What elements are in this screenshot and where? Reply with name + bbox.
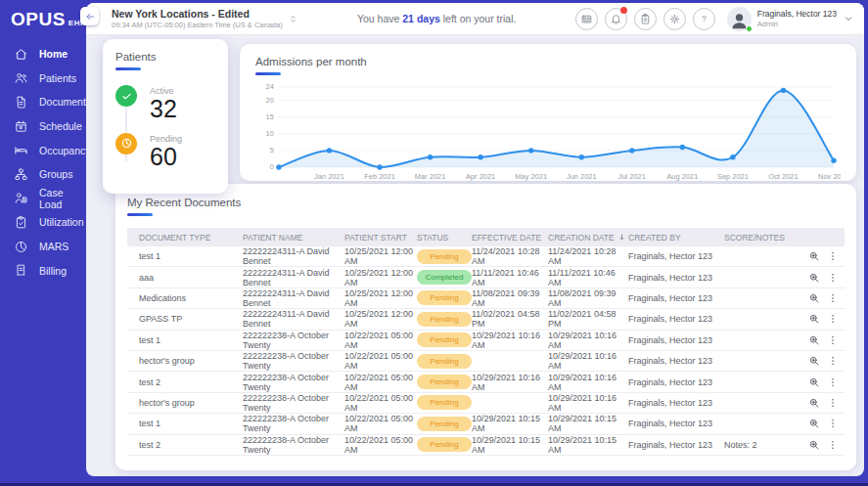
zoom-in-icon[interactable] <box>808 250 820 262</box>
clock-icon <box>115 133 137 155</box>
more-vert-icon[interactable] <box>827 355 839 367</box>
patient-stats: Active32Pending60 <box>115 85 215 170</box>
column-header-effective-date[interactable]: EFFECTIVE DATE <box>472 233 548 243</box>
cell-created-by: Fraginals, Hector 123 <box>628 440 724 450</box>
cell-patient-start: 10/22/2021 05:00 AM <box>344 393 417 413</box>
bell-button[interactable] <box>605 8 627 30</box>
column-header-created-by[interactable]: CREATED BY <box>628 233 724 243</box>
stat-active: Active32 <box>115 85 215 123</box>
row-actions <box>799 376 845 388</box>
sidebar-item-billing[interactable]: Billing <box>0 258 86 283</box>
svg-text:May 2021: May 2021 <box>515 172 547 181</box>
zoom-in-icon[interactable] <box>808 355 820 367</box>
sidebar-collapse-button[interactable] <box>80 7 99 25</box>
column-header-score-notes[interactable]: SCORE/NOTES <box>724 233 799 243</box>
sidebar-item-mars[interactable]: MARS <box>0 235 86 259</box>
cell-created-by: Fraginals, Hector 123 <box>628 273 724 283</box>
column-header-document-type[interactable]: DOCUMENT TYPE <box>139 233 243 243</box>
help-button[interactable] <box>693 8 715 30</box>
online-status-dot <box>746 25 753 32</box>
user-menu[interactable]: Fraginals, Hector 123 Admin <box>727 7 854 31</box>
stat-value: 60 <box>150 144 182 171</box>
cell-effective-date: 11/24/2021 10:28 AM <box>472 246 548 266</box>
sidebar-item-schedule[interactable]: Schedule <box>0 114 86 139</box>
cell-document-type: hector's group <box>139 398 243 408</box>
zoom-in-icon[interactable] <box>808 439 820 451</box>
more-vert-icon[interactable] <box>827 439 839 451</box>
user-role: Admin <box>757 20 837 28</box>
stat-label: Pending <box>150 134 182 144</box>
column-header-status[interactable]: STATUS <box>417 233 472 243</box>
table-row: test 122222224311-A David Bennet10/25/20… <box>127 246 845 267</box>
more-vert-icon[interactable] <box>827 250 839 262</box>
zoom-in-icon[interactable] <box>808 272 820 284</box>
svg-text:Jul 2021: Jul 2021 <box>618 172 646 181</box>
more-vert-icon[interactable] <box>827 376 839 388</box>
more-vert-icon[interactable] <box>827 313 839 325</box>
svg-text:0: 0 <box>270 162 274 171</box>
clipboard-button[interactable] <box>634 8 657 30</box>
trial-text-suffix: left on your trial. <box>440 13 517 24</box>
stat-value: 32 <box>150 96 177 123</box>
sidebar-item-case-load[interactable]: Case Load <box>0 187 86 211</box>
chevron-down-icon <box>843 13 854 24</box>
svg-text:Feb 2021: Feb 2021 <box>364 172 395 181</box>
title-underline <box>255 72 281 75</box>
column-header-patient-start[interactable]: PATIENT START <box>344 233 417 243</box>
sort-desc-icon <box>617 233 626 242</box>
column-header-patient-name[interactable]: PATIENT NAME <box>243 233 344 243</box>
chart-title: Admissions per month <box>255 56 841 67</box>
cell-patient-start: 10/25/2021 12:00 AM <box>344 309 417 329</box>
cell-created-by: Fraginals, Hector 123 <box>628 314 724 324</box>
row-actions <box>799 272 845 284</box>
sidebar-item-groups[interactable]: Groups <box>0 162 86 187</box>
more-vert-icon[interactable] <box>827 334 839 346</box>
cell-patient-start: 10/22/2021 05:00 AM <box>344 414 417 433</box>
more-vert-icon[interactable] <box>827 418 839 429</box>
status-badge: Pending <box>417 395 472 410</box>
column-label: CREATED BY <box>628 233 681 243</box>
app-logo-text: OPUS <box>11 9 66 30</box>
svg-text:Mar 2021: Mar 2021 <box>415 172 446 181</box>
zoom-in-icon[interactable] <box>808 334 820 346</box>
sidebar-item-utilization[interactable]: Utilization <box>0 210 86 235</box>
cell-creation-date: 10/29/2021 10:16 AM <box>548 331 628 350</box>
cell-patient-name: 222222238-A October Twenty <box>243 351 344 371</box>
sidebar-item-patients[interactable]: Patients <box>0 66 86 91</box>
zoom-in-icon[interactable] <box>808 313 820 325</box>
news-button[interactable] <box>575 8 598 30</box>
avatar <box>727 7 752 31</box>
app-logo: OPUS EHR <box>0 0 86 30</box>
trial-text-prefix: You have <box>357 13 402 24</box>
svg-text:Jan 2021: Jan 2021 <box>314 172 344 181</box>
zoom-in-icon[interactable] <box>808 418 820 429</box>
sidebar-item-label: Billing <box>39 265 67 277</box>
patients-summary-card: Patients Active32Pending60 <box>103 39 228 194</box>
sidebar-item-documents[interactable]: Documents <box>0 90 86 114</box>
gear-button[interactable] <box>663 8 686 30</box>
column-label: SCORE/NOTES <box>724 233 785 243</box>
zoom-in-icon[interactable] <box>808 397 820 409</box>
more-vert-icon[interactable] <box>827 397 839 409</box>
cell-patient-start: 10/22/2021 05:00 AM <box>344 351 417 371</box>
more-vert-icon[interactable] <box>827 272 839 284</box>
table-row: test 2222222238-A October Twenty10/22/20… <box>127 435 845 456</box>
row-actions <box>799 250 845 262</box>
cell-patient-name: 222222238-A October Twenty <box>243 414 344 433</box>
zoom-in-icon[interactable] <box>808 292 820 304</box>
more-vert-icon[interactable] <box>827 292 839 304</box>
row-actions <box>799 439 845 451</box>
column-header-creation-date[interactable]: CREATION DATE <box>548 233 628 243</box>
cell-patient-start: 10/22/2021 05:00 AM <box>344 373 417 392</box>
sidebar-item-home[interactable]: Home <box>0 42 86 66</box>
cell-document-type: Medications <box>139 293 243 303</box>
cell-created-by: Fraginals, Hector 123 <box>628 356 724 366</box>
sidebar-item-label: Schedule <box>39 120 82 132</box>
cell-score-notes: Notes: 2 <box>724 440 799 450</box>
svg-text:Nov 2021: Nov 2021 <box>818 172 841 181</box>
schedule-icon <box>14 119 28 134</box>
location-selector[interactable]: New York Locations - Edited 09:34 AM (UT… <box>112 8 298 29</box>
title-underline <box>127 213 153 216</box>
zoom-in-icon[interactable] <box>808 376 820 388</box>
sidebar-item-occupancy[interactable]: Occupancy <box>0 138 86 162</box>
